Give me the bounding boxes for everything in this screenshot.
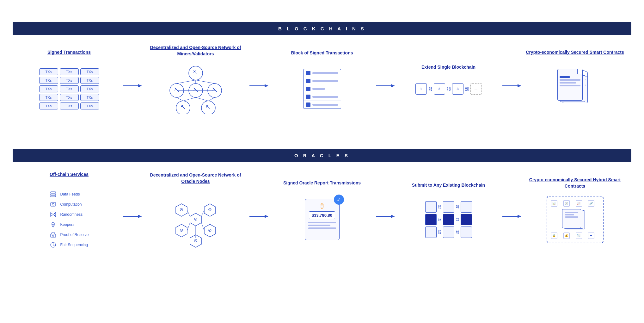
svg-line-13 (196, 97, 208, 101)
service-label: Data Feeds (60, 192, 80, 196)
check-icon: ✓ (337, 197, 341, 203)
submit-cell (443, 201, 454, 213)
svg-text:⛏: ⛏ (181, 105, 186, 110)
block-row (304, 85, 341, 93)
blockchains-header: B L O C K C H A I N S (13, 22, 631, 35)
block-square (306, 95, 310, 99)
signed-transactions-item: Signed Transactions TXs TXs TXs TXs TXs … (19, 49, 120, 109)
block-square (306, 79, 310, 83)
service-randomness: Randomness (49, 211, 89, 218)
hybrid-icon: 📊 (551, 200, 557, 207)
block-square (306, 71, 310, 75)
submit-cell (461, 201, 472, 213)
contract-page-1 (557, 69, 583, 101)
service-label: Keepers (60, 222, 74, 227)
report-line (308, 225, 330, 226)
hybrid-contracts-item: Crypto-economically Secured Hybrid Smart… (524, 177, 626, 243)
hybrid-icon: 🕐 (563, 200, 570, 207)
service-keepers: Keepers (49, 221, 89, 228)
svg-line-11 (177, 97, 183, 101)
txs-box: TXs (80, 68, 99, 75)
miner-network-item: Decentralized and Open-Source Network of… (145, 45, 246, 114)
block-signed-item: Block of Signed Transactions (272, 50, 373, 109)
block-row (304, 77, 341, 85)
txs-box: TXs (80, 77, 99, 84)
oracle-network-title: Decentralized and Open-Source Network of… (145, 172, 246, 185)
submit-grid-container: ⛓ ⛓ ⛓ ⛓ ⛓ ⛓ (425, 201, 472, 238)
svg-line-60 (187, 210, 190, 216)
arrow-8 (499, 201, 524, 220)
randomness-icon (49, 211, 57, 218)
service-data-feeds: Data Feeds (49, 190, 89, 198)
extend-blockchain-title: Extend Single Blockchain (421, 64, 475, 77)
submit-cell (425, 201, 437, 213)
block-square (306, 102, 310, 107)
blockchains-diagram-row: Signed Transactions TXs TXs TXs TXs TXs … (0, 35, 644, 124)
txs-box: TXs (39, 77, 58, 84)
txs-box: TXs (80, 85, 99, 92)
oracle-report-title: Signed Oracle Report Transmissions (283, 180, 361, 193)
report-line (308, 227, 336, 229)
block-row (304, 93, 341, 101)
svg-line-10 (196, 80, 215, 84)
submit-row-1: ⛓ ⛓ (425, 201, 472, 213)
data-feeds-icon (49, 190, 57, 198)
block-square (306, 87, 310, 91)
services-list: Data Feeds Computation (49, 190, 89, 249)
svg-rect-32 (51, 202, 56, 206)
miner-network-title: Decentralized and Open-Source Network of… (145, 45, 246, 57)
block-row (304, 69, 341, 77)
oracle-report-item: Signed Oracle Report Transmissions ✓ ₿ $… (272, 180, 373, 240)
submit-row-3: ⛓ ⛓ (425, 227, 472, 238)
contracts-stack (556, 68, 594, 109)
svg-point-33 (52, 203, 54, 205)
svg-line-8 (177, 80, 196, 84)
extend-blockchain-item: Extend Single Blockchain 1 ⛓ 2 ⛓ 3 ⛓ ... (398, 64, 499, 95)
txs-box: TXs (39, 68, 58, 75)
txs-box: TXs (39, 94, 58, 101)
arrow-2 (246, 70, 272, 89)
hybrid-icon: 💰 (563, 233, 570, 239)
svg-point-35 (52, 213, 52, 214)
svg-marker-1 (138, 84, 142, 87)
submit-cell-dark (443, 214, 454, 225)
bitcoin-icon: ₿ (321, 202, 324, 210)
svg-rect-29 (51, 192, 56, 193)
service-computation: Computation (49, 201, 89, 208)
chain-block-2: 2 (434, 83, 445, 95)
svg-line-14 (208, 97, 215, 101)
hybrid-doc-1 (562, 209, 581, 228)
svg-point-40 (52, 224, 54, 225)
svg-text:⊘: ⊘ (194, 238, 198, 243)
svg-text:⊘: ⊘ (194, 216, 198, 221)
arrow-icon (123, 213, 142, 220)
arrow-5 (120, 201, 145, 220)
blockchains-section: B L O C K C H A I N S Signed Transaction… (0, 13, 644, 130)
oracle-network-item: Decentralized and Open-Source Network of… (145, 172, 246, 248)
svg-marker-66 (265, 215, 268, 218)
hybrid-icon: 🔗 (588, 200, 594, 207)
submit-row-2: ⛓ ⛓ (425, 214, 472, 225)
svg-text:⛏: ⛏ (206, 105, 211, 110)
submit-cell-dark (461, 214, 472, 225)
arrow-icon (249, 213, 268, 220)
svg-marker-28 (518, 84, 521, 87)
svg-line-12 (183, 97, 196, 101)
svg-rect-41 (51, 234, 56, 237)
arrow-icon (249, 83, 268, 89)
oracle-network-svg: ⊘ ⊘ ⊘ ⊘ ⊘ ⊘ (167, 191, 224, 248)
chain-link-icon: ⛓ (446, 86, 451, 91)
service-label: Proof of Reserve (60, 233, 89, 237)
svg-line-63 (201, 223, 204, 231)
proof-of-reserve-icon (49, 231, 57, 239)
svg-text:⛏: ⛏ (174, 87, 179, 93)
signed-transactions-title: Signed Transactions (47, 49, 91, 62)
block-row (304, 101, 341, 109)
arrow-1 (120, 70, 145, 89)
chain-link-icon: ⛓ (465, 86, 469, 91)
chain-block-4: ... (470, 83, 482, 95)
chain-link-icon: ⛓ (428, 86, 432, 91)
service-label: Computation (60, 202, 82, 207)
chain-block-3: 3 (452, 83, 463, 95)
oracles-diagram-row: Off-chain Services Data Feeds (0, 162, 644, 258)
